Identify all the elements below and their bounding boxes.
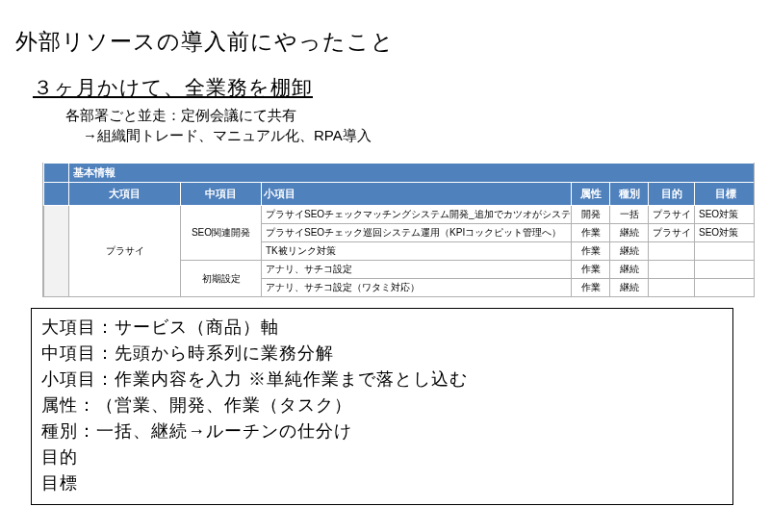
col-small: 小項目	[262, 183, 572, 206]
cell-goal	[649, 242, 695, 261]
cell-target: SEO対策	[695, 206, 756, 224]
row-gutter	[44, 206, 69, 297]
def-line: 中項目：先頭から時系列に業務分解	[41, 341, 723, 367]
cell-mid: SEO関連開発	[181, 206, 262, 261]
def-line: 目標	[41, 470, 723, 496]
cell-kind: 継続	[610, 279, 649, 297]
cell-target	[695, 242, 756, 261]
cell-goal: プラサイ	[649, 206, 695, 224]
cell-small: プラサイSEOチェックマッチングシステム開発_追加でカツオがシステ	[262, 206, 572, 224]
def-line: 大項目：サービス（商品）軸	[41, 315, 723, 341]
cell-major: プラサイ	[69, 206, 181, 297]
cell-kind: 継続	[610, 224, 649, 242]
col-major: 大項目	[69, 183, 181, 206]
section-header-row: 基本情報	[44, 164, 756, 183]
col-kind: 種別	[610, 183, 649, 206]
cell-kind: 一括	[610, 206, 649, 224]
table-row: プラサイ SEO関連開発 プラサイSEOチェックマッチングシステム開発_追加でカ…	[44, 206, 756, 224]
cell-attr: 作業	[572, 242, 610, 261]
cell-goal	[649, 261, 695, 279]
definitions-box: 大項目：サービス（商品）軸 中項目：先頭から時系列に業務分解 小項目：作業内容を…	[31, 308, 733, 505]
def-line: 小項目：作業内容を入力 ※単純作業まで落とし込む	[41, 367, 723, 393]
slide-title: 外部リソースの導入前にやったこと	[15, 27, 755, 57]
col-goal: 目的	[649, 183, 695, 206]
slide-subtitle: ３ヶ月かけて、全業務を棚卸	[33, 74, 755, 101]
def-line: 属性：（営業、開発、作業（タスク）	[41, 393, 723, 418]
cell-mid: 初期設定	[181, 261, 262, 297]
section-header-blank	[44, 164, 69, 183]
subtitle-line-1: 各部署ごと並走：定例会議にて共有	[65, 107, 755, 125]
cell-kind: 継続	[610, 242, 649, 261]
col-attr: 属性	[572, 183, 610, 206]
cell-goal: プラサイ	[649, 224, 695, 242]
cell-target	[695, 261, 756, 279]
cell-attr: 作業	[572, 261, 610, 279]
cell-goal	[649, 279, 695, 297]
def-line: 種別：一括、継続→ルーチンの仕分け	[41, 418, 723, 444]
def-line: 目的	[41, 444, 723, 470]
cell-small: アナリ、サチコ設定（ワタミ対応）	[262, 279, 572, 297]
cell-attr: 作業	[572, 224, 610, 242]
inventory-table-wrap: 基本情報 大項目 中項目 小項目 属性 種別 目的 目標 プラサイ SEO関連開…	[42, 163, 755, 297]
cell-target	[695, 279, 756, 297]
cell-small: TK被リンク対策	[262, 242, 572, 261]
cell-attr: 作業	[572, 279, 610, 297]
cell-attr: 開発	[572, 206, 610, 224]
cell-small: アナリ、サチコ設定	[262, 261, 572, 279]
inventory-table: 基本情報 大項目 中項目 小項目 属性 種別 目的 目標 プラサイ SEO関連開…	[43, 163, 755, 297]
cell-target: SEO対策	[695, 224, 756, 242]
col-blank	[44, 183, 69, 206]
section-header-label: 基本情報	[69, 164, 756, 183]
col-mid: 中項目	[181, 183, 262, 206]
column-header-row: 大項目 中項目 小項目 属性 種別 目的 目標	[44, 183, 756, 206]
cell-small: プラサイSEOチェック巡回システム運用（KPIコックピット管理へ）	[262, 224, 572, 242]
subtitle-line-2: →組織間トレード、マニュアル化、RPA導入	[83, 127, 755, 145]
col-target: 目標	[695, 183, 756, 206]
cell-kind: 継続	[610, 261, 649, 279]
